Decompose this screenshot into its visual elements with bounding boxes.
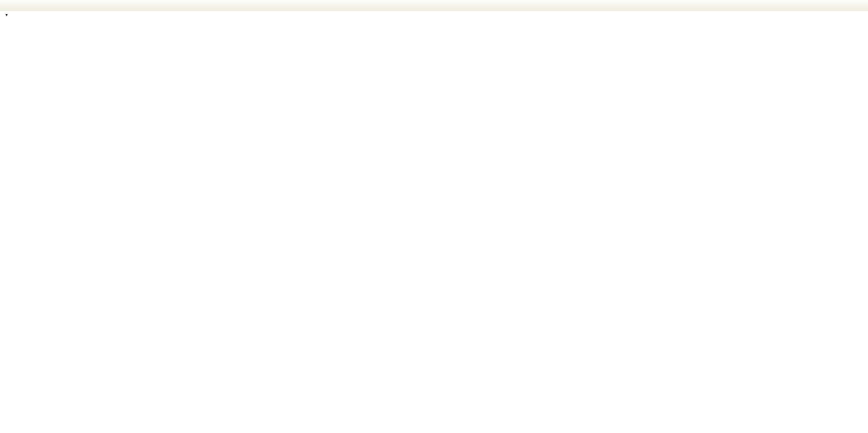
chart-window: ▼ — [0, 11, 868, 433]
main-toolbar — [0, 0, 868, 12]
price-chart-canvas[interactable] — [0, 11, 868, 433]
